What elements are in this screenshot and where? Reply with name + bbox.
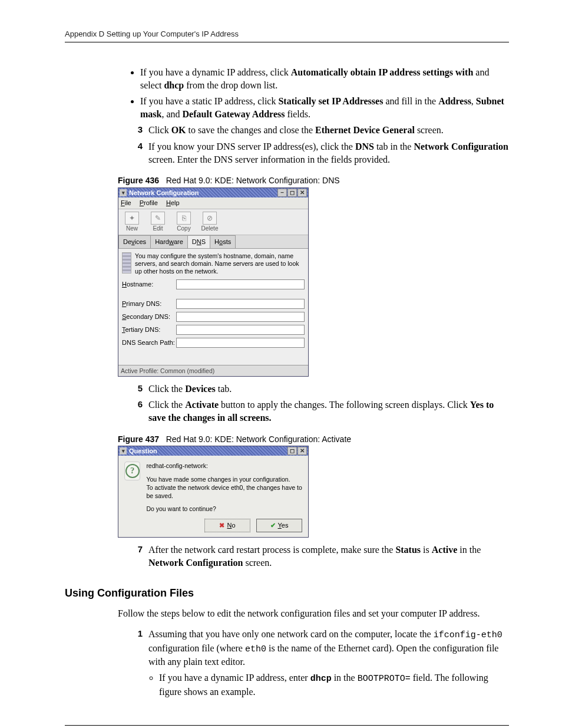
- tertiary-dns-input[interactable]: [176, 325, 305, 335]
- toolbar: ✦New ✎Edit ⎘Copy ⊘Delete: [118, 209, 308, 236]
- dns-panel: You may configure the system's hostname,…: [118, 249, 308, 364]
- secondary-dns-input[interactable]: [176, 312, 305, 322]
- steps-b: 5 Click the Devices tab. 6 Click the Act…: [130, 383, 509, 424]
- panel-description: You may configure the system's hostname,…: [135, 252, 305, 275]
- maximize-button[interactable]: ◻: [287, 447, 297, 455]
- window-title: Network Configuration: [129, 189, 277, 197]
- steps-a: 3 Click OK to save the changes and close…: [130, 124, 509, 166]
- search-path-label: DNS Search Path:: [122, 338, 176, 347]
- maximize-button[interactable]: ◻: [287, 189, 297, 197]
- secondary-dns-label: Secondary DNS:: [122, 312, 176, 321]
- bullet-item: If you have a dynamic IP address, click …: [140, 66, 509, 91]
- minimize-button[interactable]: –: [277, 189, 287, 197]
- tab-hardware[interactable]: Hardware: [150, 235, 188, 248]
- copy-button[interactable]: ⎘Copy: [174, 212, 194, 233]
- tab-devices[interactable]: Devices: [118, 235, 151, 248]
- close-button[interactable]: ✕: [297, 447, 307, 455]
- step-5: 5 Click the Devices tab.: [130, 383, 509, 396]
- window-menu-icon[interactable]: ▾: [120, 189, 127, 196]
- panel-icon: [122, 252, 131, 274]
- step-6: 6 Click the Activate button to apply the…: [130, 398, 509, 424]
- titlebar: ▾ Network Configuration – ◻ ✕: [118, 188, 308, 197]
- tab-dns[interactable]: DNS: [187, 235, 210, 248]
- menubar: File Profile Help: [118, 197, 308, 209]
- search-path-input[interactable]: [176, 338, 305, 348]
- steps-c: 7 After the network card restart process…: [130, 543, 509, 569]
- figure-437-caption: Figure 437 Red Hat 9.0: KDE: Network Con…: [118, 434, 509, 445]
- page-header: Appendix D Setting up Your Computer's IP…: [65, 29, 509, 42]
- dialog-titlebar: ▾ Question ◻ ✕: [118, 446, 308, 456]
- hostname-label: Hostname:: [122, 280, 176, 289]
- question-icon: ?: [124, 462, 140, 480]
- network-config-window: ▾ Network Configuration – ◻ ✕ File Profi…: [118, 187, 309, 377]
- bullet-item: If you have a dynamic IP address, enter …: [159, 671, 509, 698]
- new-icon: ✦: [125, 212, 139, 225]
- bullet-item: If you have a static IP address, click S…: [140, 95, 509, 120]
- menu-profile[interactable]: Profile: [140, 199, 158, 207]
- dialog-title: Question: [129, 447, 287, 456]
- section-heading: Using Configuration Files: [65, 586, 509, 600]
- copy-icon: ⎘: [177, 212, 191, 225]
- hostname-input[interactable]: [176, 279, 305, 289]
- bullet-list-top: If you have a dynamic IP address, click …: [140, 66, 509, 120]
- check-icon: ✔: [270, 521, 276, 530]
- tab-hosts[interactable]: Hosts: [210, 235, 236, 248]
- menu-file[interactable]: File: [121, 199, 131, 207]
- menu-help[interactable]: Help: [166, 199, 180, 207]
- edit-button[interactable]: ✎Edit: [148, 212, 168, 233]
- step-7: 7 After the network card restart process…: [130, 543, 509, 569]
- dialog-text: redhat-config-network: You have made som…: [146, 462, 302, 513]
- yes-button[interactable]: ✔Yes: [256, 519, 302, 532]
- step-4: 4 If you know your DNS server IP address…: [130, 140, 509, 166]
- delete-icon: ⊘: [203, 212, 217, 225]
- window-menu-icon[interactable]: ▾: [120, 447, 127, 454]
- figure-436-caption: Figure 436 Red Hat 9.0: KDE: Network Con…: [118, 175, 509, 186]
- step-3: 3 Click OK to save the changes and close…: [130, 124, 509, 137]
- no-button[interactable]: ✖No: [204, 519, 250, 532]
- x-icon: ✖: [219, 521, 224, 530]
- status-bar: Active Profile: Common (modified): [118, 365, 308, 376]
- primary-dns-input[interactable]: [176, 299, 305, 309]
- new-button[interactable]: ✦New: [122, 212, 142, 233]
- primary-dns-label: Primary DNS:: [122, 299, 176, 308]
- steps-d: 1 Assuming that you have only one networ…: [130, 628, 509, 701]
- step-d1: 1 Assuming that you have only one networ…: [130, 628, 509, 701]
- question-dialog: ▾ Question ◻ ✕ ? redhat-config-network: …: [118, 446, 309, 538]
- delete-button[interactable]: ⊘Delete: [200, 212, 220, 233]
- close-button[interactable]: ✕: [297, 189, 307, 197]
- edit-icon: ✎: [151, 212, 165, 225]
- tertiary-dns-label: Tertiary DNS:: [122, 325, 176, 334]
- tabs: Devices Hardware DNS Hosts: [118, 235, 308, 249]
- section-para: Follow the steps below to edit the netwo…: [118, 607, 509, 620]
